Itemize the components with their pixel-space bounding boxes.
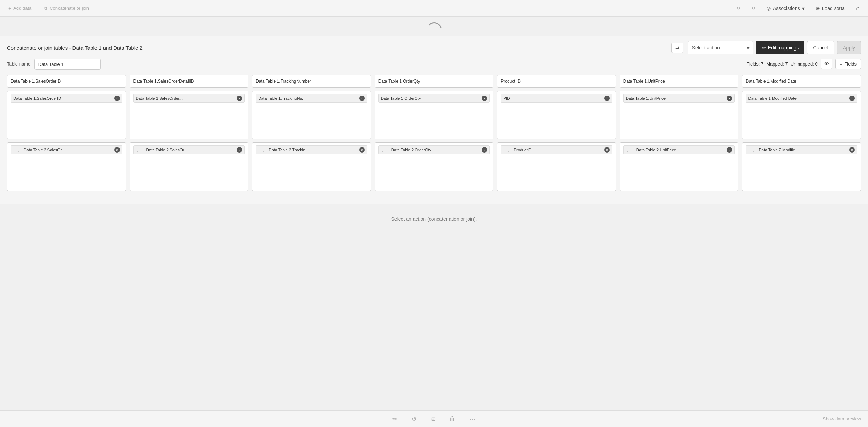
field-chip-close-icon[interactable]: × [359,147,365,153]
field-chip-close-icon[interactable]: × [114,96,120,101]
concatenate-icon: ⧉ [44,5,47,11]
select-action-dropdown[interactable]: Select action [688,41,743,54]
select-action-chevron-button[interactable]: ▾ [743,41,753,54]
mapping-col-5: Data Table 1.UnitPriceData Table 1.UnitP… [620,75,739,191]
field-chip-label: Data Table 1.OrderQty [381,96,480,100]
field-chip-label: Data Table 2.Modifie... [759,148,847,152]
page-title: Concatenate or join tables - Data Table … [7,45,667,51]
fields-info: Fields: 7 Mapped: 7 Unmapped: 0 👁 ≡ Fiel… [746,59,861,69]
drag-handle-icon[interactable]: ⋮⋮ [136,148,143,152]
col-body-top-5: Data Table 1.UnitPrice× [620,91,739,139]
toolbar-right: ↺ ↻ ◎ Associstions ▾ ⊕ Load stata ⌂ [734,3,862,13]
apply-button[interactable]: Apply [837,41,861,54]
field-chip-close-icon[interactable]: × [849,147,855,153]
add-data-icon: + [8,6,11,11]
field-chip-close-icon[interactable]: × [482,147,487,153]
col-body-top-3: Data Table 1.OrderQty× [375,91,494,139]
show-data-preview-label: Show data preview [823,416,861,421]
table-name-input[interactable] [34,59,101,70]
field-chip: ⋮⋮ProductID× [501,145,612,154]
mapping-col-1: Data Table 1.SalesOrderDetailIDData Tabl… [130,75,249,191]
drag-handle-icon[interactable]: ⋮⋮ [626,148,633,152]
col-body-bottom-4: ⋮⋮ProductID× [497,142,616,191]
field-chip: ⋮⋮Data Table 2.UnitPrice× [623,145,735,154]
top-toolbar: + Add data ⧉ Concatenate or join ↺ ↻ ◎ A… [0,0,868,17]
col-header-2: Data Table 1.TrackingNumber [252,75,371,88]
field-chip-label: Data Table 1.UnitPrice [626,96,725,100]
field-chip-close-icon[interactable]: × [359,96,365,101]
add-data-button[interactable]: + Add data [6,4,34,13]
home-button[interactable]: ⌂ [853,3,862,13]
apply-label: Apply [843,45,855,51]
drag-handle-icon[interactable]: ⋮⋮ [381,148,388,152]
col-header-0: Data Table 1.SalesOrderID [7,75,126,88]
associations-label: Associstions [773,6,800,11]
fields-button-label: Fields [844,61,857,67]
load-data-label: Load stata [822,6,845,11]
load-data-button[interactable]: ⊕ Load stata [813,4,847,13]
col-body-bottom-2: ⋮⋮Data Table 2.Trackin...× [252,142,371,191]
bottom-delete-button[interactable]: 🗑 [446,414,458,424]
field-chip-close-icon[interactable]: × [604,147,610,153]
field-chip-close-icon[interactable]: × [849,96,855,101]
cancel-button[interactable]: Cancel [807,41,834,54]
field-chip-label: Data Table 2.UnitPrice [636,148,725,152]
eye-button[interactable]: 👁 [821,59,832,69]
field-chip-label: Data Table 1.TrackingNu... [258,96,357,100]
drag-handle-icon[interactable]: ⋮⋮ [503,148,510,152]
col-header-1: Data Table 1.SalesOrderDetailID [130,75,249,88]
drag-handle-icon[interactable]: ⋮⋮ [748,148,755,152]
field-chip: Data Table 1.Modified Date× [746,94,857,103]
field-chip-label: Data Table 2.OrderQty [391,148,480,152]
bottom-copy-icon: ⧉ [431,415,435,422]
select-action-wrap: Select action ▾ [688,41,753,54]
field-chip-close-icon[interactable]: × [604,96,610,101]
undo-icon: ↺ [737,6,740,11]
fields-button[interactable]: ≡ Fields [835,59,861,69]
col-body-bottom-5: ⋮⋮Data Table 2.UnitPrice× [620,142,739,191]
table-name-row: Table name: Fields: 7 Mapped: 7 Unmapped… [7,59,861,70]
fields-count: Fields: 7 [746,61,763,67]
field-chip: ⋮⋮Data Table 2.SalesOr...× [133,145,245,154]
field-chip: Data Table 1.TrackingNu...× [256,94,367,103]
field-chip-close-icon[interactable]: × [482,96,487,101]
field-chip-close-icon[interactable]: × [237,147,242,153]
edit-mappings-label: Edit mappings [768,45,799,51]
field-chip-close-icon[interactable]: × [237,96,242,101]
field-chip: ⋮⋮Data Table 2.OrderQty× [378,145,490,154]
drag-handle-icon[interactable]: ⋮⋮ [258,148,265,152]
col-body-top-6: Data Table 1.Modified Date× [742,91,861,139]
field-chip: ⋮⋮Data Table 2.Trackin...× [256,145,367,154]
field-chip-close-icon[interactable]: × [727,147,732,153]
col-header-4: Product ID [497,75,616,88]
bottom-refresh-button[interactable]: ↺ [409,414,420,424]
redo-button[interactable]: ↻ [749,4,758,12]
field-chip-close-icon[interactable]: × [114,147,120,153]
field-chip-label: Data Table 1.Modified Date [748,96,847,100]
field-chip: PID× [501,94,612,103]
col-body-top-2: Data Table 1.TrackingNu...× [252,91,371,139]
bottom-edit-button[interactable]: ✏ [390,414,400,424]
bottom-copy-button[interactable]: ⧉ [428,414,438,424]
mapping-col-6: Data Table 1.Modified DateData Table 1.M… [742,75,861,191]
col-header-6: Data Table 1.Modified Date [742,75,861,88]
associations-button[interactable]: ◎ Associstions ▾ [764,4,807,13]
loading-indicator [0,17,868,36]
associations-icon: ◎ [767,6,771,11]
mapping-col-2: Data Table 1.TrackingNumberData Table 1.… [252,75,371,191]
cancel-label: Cancel [813,45,828,51]
edit-mappings-button[interactable]: ✏ Edit mappings [756,41,805,54]
field-chip-close-icon[interactable]: × [727,96,732,101]
field-chip-label: Data Table 2.Trackin... [269,148,357,152]
col-body-top-0: Data Table 1.SalesOrderID× [7,91,126,139]
field-chip: Data Table 1.OrderQty× [378,94,490,103]
concatenate-join-button[interactable]: ⧉ Concatenate or join [41,4,92,13]
undo-button[interactable]: ↺ [734,4,743,12]
drag-handle-icon[interactable]: ⋮⋮ [13,148,20,152]
swap-button[interactable]: ⇄ [671,43,683,53]
bottom-refresh-icon: ↺ [412,415,417,422]
bottom-more-button[interactable]: ⋯ [467,414,478,424]
field-chip-label: Data Table 1.SalesOrder... [136,96,235,100]
header-row: Concatenate or join tables - Data Table … [7,36,861,59]
mapping-grid: Data Table 1.SalesOrderIDData Table 1.Sa… [7,75,861,191]
